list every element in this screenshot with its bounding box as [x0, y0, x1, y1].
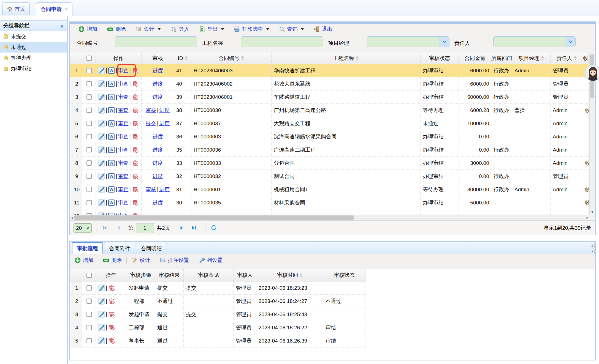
column-header-project[interactable]: 工程名称 [272, 53, 421, 64]
review-link[interactable]: 审查 [118, 67, 128, 74]
edit-icon[interactable] [98, 298, 105, 305]
contract-row-3[interactable]: 3|W|审查|进度39HT20230406001车陂路隧道工程办理审结50000… [70, 91, 589, 104]
import-button[interactable]: 导入 [170, 26, 189, 33]
trash-icon[interactable] [132, 133, 139, 140]
detail-column-header-time[interactable]: 审核时间 [256, 269, 323, 281]
next-page-button[interactable] [179, 225, 184, 230]
column-header-owner[interactable]: 责任人 [551, 53, 583, 64]
detail-sort-button[interactable]: 排序设置 [160, 257, 189, 264]
word-icon[interactable]: W [108, 199, 115, 206]
collapse-icon[interactable]: « [60, 23, 64, 29]
row-checkbox[interactable] [86, 160, 92, 166]
review-link[interactable]: 审查 [118, 199, 128, 206]
row-checkbox[interactable] [86, 121, 92, 126]
edit-icon[interactable] [98, 80, 105, 87]
row-checkbox[interactable] [86, 147, 92, 152]
review-link[interactable]: 审查 [118, 80, 128, 87]
approval-row-1[interactable]: 1|发起申请提交提交管理员2023-04-06 18:23:23 [70, 281, 366, 295]
select-all-checkbox[interactable] [86, 273, 92, 278]
word-icon[interactable]: W [108, 146, 115, 153]
filter-select-2[interactable] [367, 36, 449, 47]
edit-icon[interactable] [98, 199, 105, 206]
word-icon[interactable]: W [108, 173, 115, 180]
tab-contract-attachments[interactable]: 合同附件 [104, 243, 135, 254]
row-checkbox[interactable] [86, 108, 92, 113]
edit-icon[interactable] [98, 160, 105, 166]
approval-row-3[interactable]: 3|发起申请提交提交管理员2023-04-06 18:25:43 [70, 308, 366, 321]
review-link[interactable]: 审查 [118, 160, 128, 167]
trash-icon[interactable] [132, 186, 139, 193]
row-checkbox[interactable] [86, 68, 92, 73]
audit-link[interactable]: 进度 [153, 173, 163, 180]
delete-button[interactable]: 删除 [107, 26, 126, 33]
trash-icon[interactable] [132, 67, 139, 74]
edit-icon[interactable] [98, 107, 105, 114]
trash-icon[interactable] [132, 107, 139, 114]
prev-page-button[interactable] [116, 225, 121, 230]
row-checkbox[interactable] [86, 338, 92, 343]
sidebar-item-1[interactable]: 未通过 [0, 42, 67, 53]
edit-icon[interactable] [98, 133, 105, 140]
row-checkbox[interactable] [86, 187, 92, 192]
audit-link[interactable]: 审核 [146, 107, 156, 114]
edit-icon[interactable] [98, 120, 105, 127]
page-number-input[interactable]: 1 [136, 223, 154, 233]
approval-row-4[interactable]: 4|工程部通过管理员2023-04-06 18:26:22审结 [70, 321, 366, 334]
trash-icon[interactable] [132, 94, 139, 100]
detail-add-button[interactable]: 增加 [75, 257, 93, 264]
trash-icon[interactable] [108, 284, 115, 291]
audit-link[interactable]: 进度 [153, 146, 163, 154]
row-checkbox[interactable] [86, 200, 92, 205]
print-button[interactable]: 打印选中 [234, 26, 269, 33]
scroll-down-icon[interactable]: ▼ [590, 249, 595, 254]
trash-icon[interactable] [108, 324, 115, 331]
close-icon[interactable]: × [65, 7, 68, 12]
contract-row-6[interactable]: 6|W|审查|进度36HT0000003沈海高速钢筋水泥采购合同办理审结0.00… [70, 130, 589, 143]
trash-icon[interactable] [132, 146, 139, 153]
word-icon[interactable]: W [108, 160, 115, 166]
trash-icon[interactable] [108, 298, 115, 305]
row-checkbox[interactable] [86, 174, 92, 179]
export-button[interactable]: 导出 [199, 26, 224, 33]
exit-button[interactable]: 退出 [314, 26, 332, 33]
contract-row-12[interactable]: 12|W|审查| [70, 209, 589, 215]
contract-row-4[interactable]: 4|W|审查|审核| 进度38HT0000030广州机场第二高速公路等待办理60… [70, 104, 589, 117]
review-link[interactable]: 审查 [118, 212, 128, 215]
contract-row-5[interactable]: 5|W|审查|提交| 进度37HT0000037大观路立交工程未通过10000.… [70, 117, 589, 130]
trash-icon[interactable] [132, 212, 139, 215]
row-checkbox[interactable] [86, 285, 92, 291]
row-checkbox[interactable] [86, 81, 92, 86]
row-checkbox[interactable] [86, 134, 92, 139]
word-icon[interactable]: W [108, 67, 115, 74]
contract-row-10[interactable]: 10|W|审查|审核| 进度31HT0000001机械租用合同1等待办理3000… [70, 183, 589, 196]
contract-row-2[interactable]: 2|W|审查|进度40HT20230406002花城大道东延线办理审结6000.… [70, 77, 589, 91]
detail-columns-button[interactable]: 列设置 [199, 257, 223, 264]
query-button[interactable]: 查询 [279, 26, 304, 33]
edit-icon[interactable] [98, 212, 105, 215]
word-icon[interactable]: W [108, 107, 115, 114]
audit-link[interactable]: 进度 [153, 199, 163, 206]
audit-link[interactable]: 审核 [146, 186, 156, 193]
word-icon[interactable]: W [108, 80, 115, 87]
column-header-contract_no[interactable]: 合同编号 [191, 53, 272, 64]
row-checkbox[interactable] [86, 325, 92, 330]
word-icon[interactable]: W [108, 94, 115, 100]
column-header-id[interactable]: ID [174, 53, 191, 64]
horizontal-scrollbar-thumb[interactable] [74, 215, 354, 220]
tab-home[interactable]: 首页 [2, 2, 30, 15]
audit-link[interactable]: 进度 [153, 160, 163, 167]
page-size-select[interactable]: 20 ∨ [74, 223, 92, 233]
edit-icon[interactable] [98, 146, 105, 153]
trash-icon[interactable] [132, 199, 139, 206]
audit-link[interactable]: 进度 [159, 120, 170, 127]
audit-link[interactable]: 进度 [153, 133, 163, 140]
filter-input-1[interactable] [241, 36, 323, 47]
trash-icon[interactable] [108, 311, 115, 318]
trash-icon[interactable] [108, 337, 115, 344]
edit-icon[interactable] [98, 186, 105, 193]
word-icon[interactable]: W [108, 186, 115, 193]
scroll-right-icon[interactable]: ▸ [586, 215, 589, 220]
contract-row-7[interactable]: 7|W|审查|进度35HT0000036广连高速二期工程办理审结0.00行政办A… [70, 143, 589, 157]
edit-icon[interactable] [98, 311, 105, 318]
approval-row-5[interactable]: 5|董事长通过管理员2023-04-06 18:26:39审结 [70, 334, 366, 347]
